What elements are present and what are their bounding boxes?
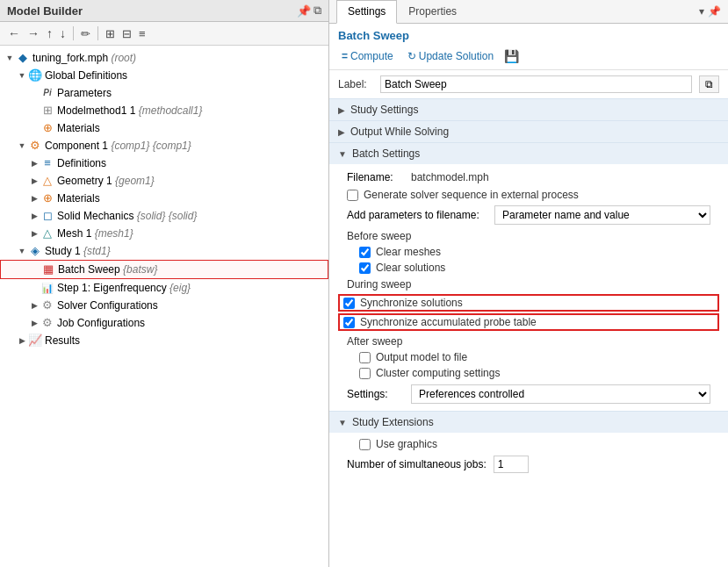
arrow-study1[interactable]: ▼ xyxy=(16,247,28,255)
comp1-label: Component 1 {comp1} {comp1} xyxy=(45,140,191,152)
tab-properties[interactable]: Properties xyxy=(397,0,468,23)
filename-row: Filename: batchmodel.mph xyxy=(338,168,719,187)
geom-icon: △ xyxy=(40,174,54,188)
update-solution-label: Update Solution xyxy=(419,50,494,62)
pin-icon[interactable]: 📌 xyxy=(297,4,311,18)
arrow-root[interactable]: ▼ xyxy=(4,54,16,62)
use-graphics-checkbox[interactable] xyxy=(359,439,371,450)
tree-item-component1[interactable]: ▼ ⚙ Component 1 {comp1} {comp1} xyxy=(0,137,328,154)
arrow-mat-comp[interactable]: ▶ xyxy=(28,194,40,203)
tree-item-mesh[interactable]: ▶ △ Mesh 1 {mesh1} xyxy=(0,225,328,242)
window-icon[interactable]: ⧉ xyxy=(314,4,321,18)
batchsweep-icon: ▦ xyxy=(41,262,55,276)
forward-button[interactable]: → xyxy=(25,25,42,42)
mesh-icon: △ xyxy=(40,226,54,240)
cluster-computing-label: Cluster computing settings xyxy=(376,367,500,379)
output-model-row: Output model to file xyxy=(338,349,719,365)
settings-select[interactable]: Preferences controlled Custom xyxy=(411,384,710,404)
right-tabs: Settings Properties ▾ 📌 xyxy=(329,0,728,24)
edit-button[interactable]: ✏ xyxy=(78,25,93,42)
job-label: Job Configurations xyxy=(57,317,145,329)
study-settings-header[interactable]: ▶ Study Settings xyxy=(329,99,728,120)
update-solution-button[interactable]: ↻ Update Solution xyxy=(404,48,497,64)
output-model-checkbox[interactable] xyxy=(359,352,371,363)
batch-settings-arrow: ▼ xyxy=(338,149,347,159)
arrow-results[interactable]: ▶ xyxy=(16,336,28,345)
arrow-geom[interactable]: ▶ xyxy=(28,176,40,185)
eigenfreq-icon: 📊 xyxy=(40,281,54,295)
root-icon: ◆ xyxy=(16,51,30,65)
label-input[interactable] xyxy=(380,75,692,93)
arrow-solid[interactable]: ▶ xyxy=(28,212,40,220)
solid-label: Solid Mechanics {solid} {solid} xyxy=(57,210,197,222)
results-label: Results xyxy=(45,334,80,347)
compute-icon: = xyxy=(342,50,348,62)
add-params-label: Add parameters to filename: xyxy=(347,209,487,221)
mat-global-icon: ⊕ xyxy=(40,121,54,135)
tree-item-eigenfreq[interactable]: 📊 Step 1: Eigenfrequency {eig} xyxy=(0,279,328,297)
tree-item-results[interactable]: ▶ 📈 Results xyxy=(0,332,328,349)
tree-item-materials-global[interactable]: ⊕ Materials xyxy=(0,119,328,137)
global-defs-label: Global Definitions xyxy=(45,69,127,82)
arrow-solver[interactable]: ▶ xyxy=(28,301,40,310)
generate-solver-checkbox[interactable] xyxy=(347,190,358,201)
tree-item-batchsweep[interactable]: ▦ Batch Sweep {batsw} xyxy=(0,260,328,279)
mat-global-label: Materials xyxy=(57,122,100,134)
tree-item-solver-config[interactable]: ▶ ⚙ Solver Configurations xyxy=(0,297,328,314)
tree-item-materials-comp[interactable]: ▶ ⊕ Materials xyxy=(0,190,328,207)
pin-panel-icon[interactable]: 📌 xyxy=(708,5,721,18)
tree-item-job-config[interactable]: ▶ ⚙ Job Configurations xyxy=(0,314,328,332)
tree-item-study1[interactable]: ▼ ◈ Study 1 {std1} xyxy=(0,242,328,260)
sync-probe-checkbox[interactable] xyxy=(343,317,355,328)
tree-item-definitions[interactable]: ▶ ≡ Definitions xyxy=(0,154,328,172)
arrow-defs[interactable]: ▶ xyxy=(28,159,40,168)
mesh-label: Mesh 1 {mesh1} xyxy=(57,227,133,240)
left-panel: Model Builder 📌 ⧉ ← → ↑ ↓ ✏ ⊞ ⊟ ≡ ▼ ◆ t xyxy=(0,0,329,567)
up-button[interactable]: ↑ xyxy=(44,25,55,42)
arrow-comp1[interactable]: ▼ xyxy=(16,141,28,150)
compute-button[interactable]: = Compute xyxy=(338,48,397,64)
tree-item-geometry[interactable]: ▶ △ Geometry 1 {geom1} xyxy=(0,172,328,190)
save-to-file-icon[interactable]: 💾 xyxy=(504,49,519,63)
clear-meshes-checkbox[interactable] xyxy=(359,247,371,258)
study-extensions-header[interactable]: ▼ Study Extensions xyxy=(329,412,728,433)
menu-button[interactable]: ≡ xyxy=(136,25,148,42)
compute-label: Compute xyxy=(350,50,393,62)
output-solving-header[interactable]: ▶ Output While Solving xyxy=(329,121,728,142)
output-solving-arrow: ▶ xyxy=(338,127,345,137)
settings-content: Batch Sweep = Compute ↻ Update Solution … xyxy=(329,24,728,567)
tree-item-solid[interactable]: ▶ ◻ Solid Mechanics {solid} {solid} xyxy=(0,207,328,225)
left-header-icons: 📌 ⧉ xyxy=(297,4,321,18)
tab-settings[interactable]: Settings xyxy=(336,0,397,24)
filename-value: batchmodel.mph xyxy=(411,171,489,183)
arrow-batchsweep xyxy=(29,265,41,274)
root-label: tuning_fork.mph (root) xyxy=(32,52,136,64)
study-extensions-section: ▼ Study Extensions Use graphics Number o… xyxy=(329,411,728,480)
back-button[interactable]: ← xyxy=(5,25,23,42)
batch-settings-header[interactable]: ▼ Batch Settings xyxy=(329,143,728,164)
tree-item-modelmethod[interactable]: ⊞ Modelmethod1 1 {methodcall1} xyxy=(0,102,328,119)
sync-solutions-checkbox[interactable] xyxy=(343,298,355,309)
arrow-global[interactable]: ▼ xyxy=(16,71,28,80)
study-settings-arrow: ▶ xyxy=(338,105,345,115)
tree-item-parameters[interactable]: Pi Parameters xyxy=(0,84,328,102)
num-jobs-input[interactable] xyxy=(494,456,529,473)
sync-solutions-row: Synchronize solutions xyxy=(338,294,719,312)
add-params-select[interactable]: Parameter name and value Parameter name … xyxy=(494,205,710,225)
batch-settings-body: Filename: batchmodel.mph Generate solver… xyxy=(329,164,728,411)
down-button[interactable]: ↓ xyxy=(57,25,68,42)
clear-solutions-checkbox[interactable] xyxy=(359,262,371,274)
list-button[interactable]: ⊟ xyxy=(119,25,134,42)
grid-button[interactable]: ⊞ xyxy=(103,25,118,42)
label-row: Label: ⧉ xyxy=(329,70,728,98)
copy-label-button[interactable]: ⧉ xyxy=(699,75,719,93)
detach-icon[interactable]: ▾ xyxy=(699,5,704,18)
during-sweep-label: During sweep xyxy=(338,276,719,292)
cluster-computing-checkbox[interactable] xyxy=(359,368,371,379)
generate-solver-row: Generate solver sequence in external pro… xyxy=(338,187,719,203)
arrow-job[interactable]: ▶ xyxy=(28,319,40,327)
tree-item-global-defs[interactable]: ▼ 🌐 Global Definitions xyxy=(0,67,328,84)
arrow-mesh[interactable]: ▶ xyxy=(28,229,40,238)
tree-item-root[interactable]: ▼ ◆ tuning_fork.mph (root) xyxy=(0,49,328,67)
use-graphics-label: Use graphics xyxy=(376,438,437,450)
